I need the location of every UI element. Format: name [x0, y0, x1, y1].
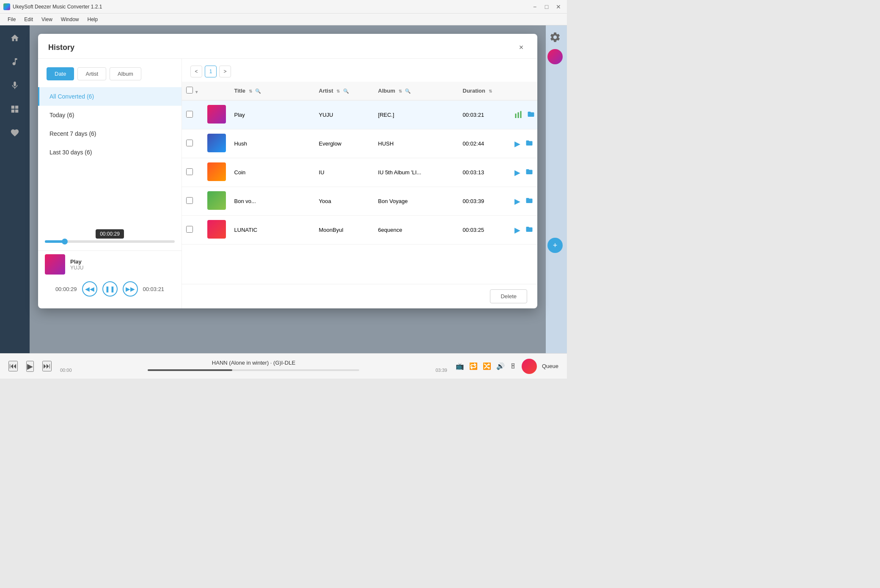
row5-thumb [207, 220, 226, 239]
row1-artist-cell: YUJU [315, 100, 374, 129]
repeat-icon[interactable]: 🔁 [469, 362, 478, 370]
th-actions [509, 82, 537, 100]
bottom-progress-bar[interactable] [148, 369, 359, 371]
nav-today[interactable]: Today (6) [38, 106, 182, 124]
tab-album[interactable]: Album [110, 67, 141, 80]
dialog-close-button[interactable]: × [515, 41, 527, 53]
volume-icon[interactable]: 🔊 [496, 362, 505, 370]
select-all-checkbox[interactable] [186, 87, 193, 93]
row2-album: HUSH [378, 140, 394, 147]
bottom-player: ⏮ ▶ ⏭ HANN (Alone in winter) · (G)I-DLE … [0, 353, 567, 379]
row1-playing-icon[interactable] [514, 110, 523, 120]
tab-date[interactable]: Date [47, 67, 74, 80]
row2-folder-button[interactable] [525, 138, 534, 149]
menu-edit[interactable]: Edit [20, 15, 37, 24]
sidebar-grid[interactable] [6, 101, 23, 118]
row3-duration-cell: 00:03:13 [459, 158, 509, 187]
row1-folder-button[interactable] [526, 110, 536, 120]
bottom-player-center: HANN (Alone in winter) · (G)I-DLE 00:00 … [60, 360, 447, 373]
row3-title: Coin [234, 169, 246, 176]
minimize-button[interactable]: − [530, 3, 540, 11]
bottom-play-button[interactable]: ▶ [26, 361, 34, 372]
dialog-body: Date Artist Album All Converted (6) Toda… [38, 59, 537, 308]
row4-checkbox[interactable] [186, 197, 193, 204]
row4-thumb [207, 191, 226, 210]
row4-title-cell: Bon vo... [230, 187, 315, 216]
pagination: < 1 > [182, 59, 537, 82]
now-playing-thumb [45, 254, 65, 275]
maximize-button[interactable]: □ [542, 3, 552, 11]
progress-tooltip: 00:00:29 [96, 229, 124, 239]
row1-thumb-cell [203, 100, 230, 129]
row4-artist: Yooa [319, 198, 331, 204]
sidebar-music[interactable] [6, 53, 23, 70]
row3-play-button[interactable]: ▶ [514, 167, 521, 178]
title-search-icon[interactable]: 🔍 [255, 88, 261, 94]
bottom-time-right: 03:39 [435, 368, 447, 373]
next-button[interactable]: ▶▶ [123, 281, 138, 297]
row1-checkbox[interactable] [186, 111, 193, 118]
row4-folder-button[interactable] [525, 196, 534, 206]
player-info: Play YUJU [70, 258, 175, 271]
progress-thumb[interactable] [62, 239, 68, 245]
dialog-overlay: History × Date Artist Album All Converte… [30, 25, 546, 353]
nav-last-30[interactable]: Last 30 days (6) [38, 143, 182, 162]
bottom-next-button[interactable]: ⏭ [42, 361, 52, 371]
table-row: Bon vo... Yooa Bon Voyage [182, 187, 537, 216]
menu-window[interactable]: Window [57, 15, 83, 24]
row5-folder-button[interactable] [525, 225, 534, 235]
row2-checkbox[interactable] [186, 140, 193, 146]
bottom-prev-button[interactable]: ⏮ [8, 361, 18, 371]
nav-all-converted[interactable]: All Converted (6) [38, 87, 182, 106]
row3-title-cell: Coin [230, 158, 315, 187]
row3-thumb-cell [203, 158, 230, 187]
row5-checkbox[interactable] [186, 226, 193, 233]
row2-artist-cell: Everglow [315, 129, 374, 158]
sidebar-mic[interactable] [6, 77, 23, 94]
page-next[interactable]: > [219, 66, 231, 77]
row5-play-button[interactable]: ▶ [514, 225, 521, 236]
album-sort-icon[interactable]: ⇅ [399, 89, 402, 93]
bottom-avatar[interactable] [522, 359, 537, 374]
progress-bar[interactable] [45, 240, 175, 243]
title-sort-icon[interactable]: ⇅ [249, 89, 252, 93]
sidebar-home[interactable] [6, 30, 23, 47]
pause-button[interactable]: ❚❚ [102, 281, 118, 297]
close-button[interactable]: ✕ [553, 3, 564, 11]
page-prev[interactable]: < [190, 66, 202, 77]
settings-icon[interactable] [547, 30, 563, 45]
album-search-icon[interactable]: 🔍 [405, 88, 411, 94]
cast-icon[interactable]: 📺 [456, 362, 464, 370]
row1-album: [REC.] [378, 112, 394, 118]
queue-label[interactable]: Queue [542, 363, 558, 369]
artist-search-icon[interactable]: 🔍 [343, 88, 349, 94]
sidebar-favorites[interactable] [6, 124, 23, 141]
songs-table-container: ▼ Title ⇅ 🔍 [182, 82, 537, 284]
row2-play-button[interactable]: ▶ [514, 138, 521, 149]
menu-help[interactable]: Help [83, 15, 102, 24]
row3-folder-button[interactable] [525, 167, 534, 178]
row5-artist: MoonByul [319, 227, 344, 233]
row4-actions: ▶ [514, 196, 537, 207]
menu-view[interactable]: View [37, 15, 57, 24]
window-controls: − □ ✕ [530, 3, 564, 11]
delete-button[interactable]: Delete [490, 289, 527, 303]
right-panel: < 1 > ▼ [182, 59, 537, 308]
add-music-icon[interactable]: + [547, 238, 563, 253]
artist-sort-icon[interactable]: ⇅ [336, 89, 340, 93]
menu-file[interactable]: File [3, 15, 20, 24]
tab-artist[interactable]: Artist [77, 67, 106, 80]
table-row: Coin IU IU 5th Album 'LI... [182, 158, 537, 187]
duration-sort-icon[interactable]: ⇅ [489, 89, 492, 93]
row3-checkbox[interactable] [186, 168, 193, 175]
prev-button[interactable]: ◀◀ [82, 281, 97, 297]
th-thumb [203, 82, 230, 100]
shuffle-icon[interactable]: 🔀 [483, 362, 491, 370]
sliders-icon[interactable]: 🎚 [510, 363, 517, 370]
row4-play-button[interactable]: ▶ [514, 196, 521, 207]
row2-thumb [207, 134, 226, 152]
user-avatar[interactable] [547, 49, 563, 64]
page-1[interactable]: 1 [205, 66, 217, 77]
nav-recent-7[interactable]: Recent 7 days (6) [38, 124, 182, 143]
row5-thumb-cell [203, 216, 230, 245]
